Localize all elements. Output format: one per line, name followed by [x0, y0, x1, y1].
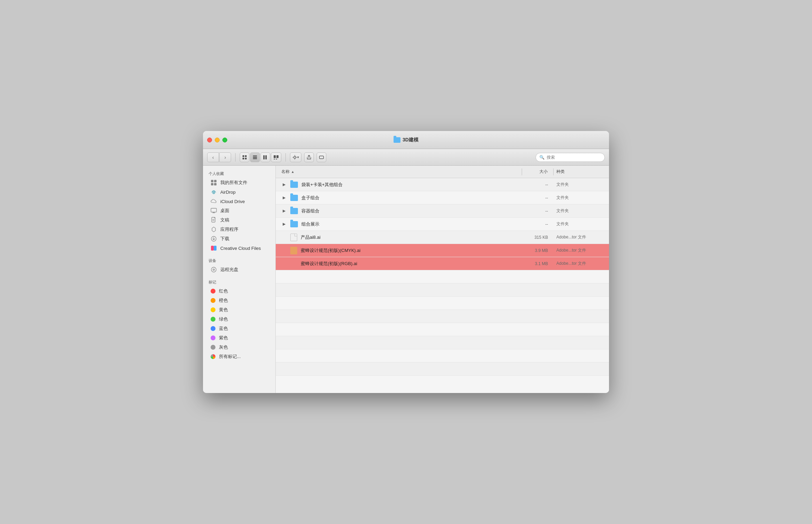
svg-rect-16	[292, 157, 293, 157]
sidebar-item-applications[interactable]: 应用程序	[205, 225, 273, 234]
search-box[interactable]: 🔍	[536, 153, 605, 162]
file-row-empty-7	[276, 349, 609, 363]
sidebar-section-devices: 设备	[203, 256, 275, 265]
svg-point-13	[294, 156, 296, 158]
file-row-2-name: ▶ 盒子组合	[276, 195, 522, 201]
file-row-empty-6	[276, 336, 609, 349]
sidebar-label-tag-green: 绿色	[219, 316, 228, 322]
expand-arrow-3[interactable]: ▶	[281, 209, 287, 213]
sidebar-item-all-files[interactable]: 我的所有文件	[205, 178, 273, 187]
sidebar-item-optical[interactable]: 远程光盘	[205, 265, 273, 274]
all-tags-icon	[211, 354, 215, 359]
folder-icon-1	[290, 182, 298, 188]
title-folder-icon	[394, 137, 400, 143]
tag-orange-dot	[211, 298, 215, 303]
sidebar-item-tag-gray[interactable]: 灰色	[205, 343, 273, 352]
sidebar-label-tag-gray: 灰色	[219, 344, 228, 350]
back-icon: ‹	[212, 155, 214, 160]
sidebar-label-tag-red: 红色	[219, 288, 228, 294]
forward-button[interactable]: ›	[219, 152, 231, 162]
expand-arrow-4[interactable]: ▶	[281, 222, 287, 226]
file-row-empty-4	[276, 310, 609, 323]
view-icons-button[interactable]	[240, 152, 249, 162]
sidebar-label-downloads: 下载	[220, 236, 229, 242]
svg-rect-15	[295, 159, 295, 160]
tag-green-dot	[211, 317, 215, 322]
sidebar-item-all-tags[interactable]: 所有标记...	[205, 352, 273, 361]
traffic-lights	[207, 138, 227, 142]
file-row-1[interactable]: ▶ 袋装+卡装+其他组合 -- 文件夹	[276, 178, 609, 191]
col-header-size[interactable]: 大小	[522, 169, 553, 175]
gallery-view-icon	[273, 155, 279, 160]
sidebar-item-tag-green[interactable]: 绿色	[205, 315, 273, 324]
file-row-4-name: ▶ 组合展示	[276, 221, 522, 227]
sidebar-label-icloud: iCloud Drive	[220, 199, 245, 204]
view-gallery-button[interactable]	[271, 152, 281, 162]
svg-rect-3	[245, 158, 247, 159]
path-icon	[319, 155, 324, 160]
sidebar-item-airdrop[interactable]: AirDrop	[205, 187, 273, 196]
file-name-4: 组合展示	[301, 221, 319, 227]
sidebar-item-tag-orange[interactable]: 橙色	[205, 296, 273, 305]
expand-arrow-2[interactable]: ▶	[281, 195, 287, 200]
sidebar-section-tags: 标记	[203, 278, 275, 286]
sidebar-item-icloud[interactable]: iCloud Drive	[205, 197, 273, 206]
close-button[interactable]	[207, 138, 212, 142]
sidebar-label-all-files: 我的所有文件	[220, 180, 247, 186]
file-row-2[interactable]: ▶ 盒子组合 -- 文件夹	[276, 191, 609, 204]
share-button[interactable]	[304, 152, 314, 162]
ai-file-icon-7	[290, 260, 297, 268]
maximize-button[interactable]	[222, 138, 227, 142]
file-row-4[interactable]: ▶ 组合展示 -- 文件夹	[276, 218, 609, 231]
file-type-3: 文件夹	[554, 208, 609, 214]
desktop-icon	[211, 208, 217, 214]
sidebar-item-tag-yellow[interactable]: 黄色	[205, 305, 273, 314]
file-type-4: 文件夹	[554, 221, 609, 227]
file-row-5-name: ▶ 产品ai8.ai	[276, 234, 522, 241]
main-content: 个人收藏 我的所有文件	[203, 166, 609, 393]
file-size-6: 3.9 MB	[522, 248, 554, 253]
grid-view-icon	[242, 155, 247, 160]
sidebar-label-tag-blue: 蓝色	[219, 325, 228, 332]
tag-yellow-dot	[211, 307, 215, 312]
minimize-button[interactable]	[215, 138, 220, 142]
file-row-7[interactable]: ▶ 蜜蜂设计规范(初版)(RGB).ai 3.1 MB Adobe...tor …	[276, 257, 609, 270]
icloud-icon	[211, 198, 217, 204]
path-button[interactable]	[317, 152, 326, 162]
col-name-label: 名称	[281, 169, 290, 175]
col-header-name[interactable]: 名称 ▲	[276, 166, 522, 178]
file-row-3[interactable]: ▶ 容器组合 -- 文件夹	[276, 204, 609, 218]
sidebar-label-desktop: 桌面	[220, 208, 229, 214]
svg-rect-6	[253, 158, 257, 159]
folder-icon-2	[290, 195, 298, 201]
sidebar-label-documents: 文稿	[220, 217, 229, 223]
search-input[interactable]	[547, 155, 601, 160]
expand-arrow-1[interactable]: ▶	[281, 182, 287, 187]
sidebar-item-creative-cloud[interactable]: Creative Cloud Files	[205, 244, 273, 253]
sort-arrow: ▲	[291, 170, 294, 174]
sidebar-label-tag-yellow: 黄色	[219, 307, 228, 313]
view-columns-button[interactable]	[261, 152, 270, 162]
file-row-5[interactable]: ▶ 产品ai8.ai 315 KB Adobe...tor 文件	[276, 231, 609, 244]
sidebar-item-desktop[interactable]: 桌面	[205, 206, 273, 215]
sidebar-item-tag-red[interactable]: 红色	[205, 287, 273, 296]
col-header-type[interactable]: 种类	[554, 169, 609, 175]
back-button[interactable]: ‹	[207, 152, 219, 162]
file-row-empty-5	[276, 323, 609, 336]
file-type-2: 文件夹	[554, 195, 609, 201]
svg-rect-14	[295, 155, 295, 156]
svg-rect-8	[265, 155, 267, 159]
file-name-1: 袋装+卡装+其他组合	[301, 182, 343, 188]
titlebar: 3D建模	[203, 131, 609, 149]
file-row-7-name: ▶ 蜜蜂设计规范(初版)(RGB).ai	[276, 260, 522, 268]
tag-blue-dot	[211, 326, 215, 331]
svg-rect-4	[253, 156, 257, 156]
folder-icon-4	[290, 221, 298, 227]
sidebar-item-tag-blue[interactable]: 蓝色	[205, 324, 273, 333]
action-button[interactable]: ▾	[290, 152, 301, 162]
sidebar-item-downloads[interactable]: 下载	[205, 234, 273, 243]
sidebar-item-documents[interactable]: 文稿	[205, 216, 273, 225]
file-row-6[interactable]: ▶ 蜜蜂设计规范(初版)(CMYK).ai 3.9 MB Adobe...tor…	[276, 244, 609, 257]
sidebar-item-tag-purple[interactable]: 紫色	[205, 333, 273, 342]
view-list-button[interactable]	[250, 152, 260, 162]
